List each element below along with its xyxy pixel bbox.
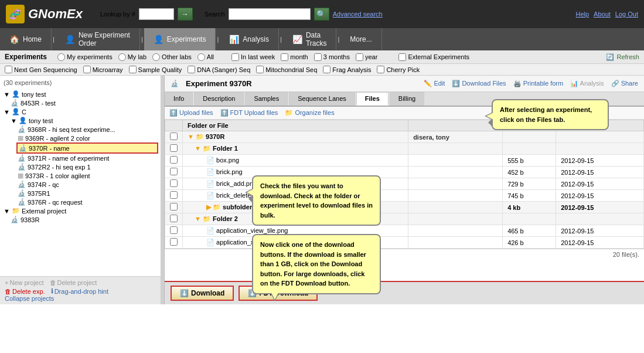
download-button[interactable]: ⬇️ Download: [171, 286, 234, 301]
experiments-title: Experiments: [5, 53, 47, 61]
tree-exp-8453r[interactable]: 🔬 8453R - test: [9, 99, 158, 107]
row-checkbox[interactable]: [165, 190, 183, 202]
tree-exp-9373r[interactable]: ▦ 9373R - 1 color agilent: [16, 171, 158, 180]
search-button[interactable]: 🔍: [314, 8, 329, 21]
printable-form-link[interactable]: 🖨️ Printable form: [513, 80, 564, 87]
file-table-container: Folder or File Size Modified ▼ 📁 9370R d…: [165, 120, 644, 281]
year-filter[interactable]: year: [356, 53, 377, 61]
sample-quality-filter[interactable]: Sample Quality: [129, 66, 182, 73]
3months-filter[interactable]: 3 months: [314, 53, 350, 61]
nav-more-label: More...: [350, 35, 372, 43]
tree-exp-9369r[interactable]: ▦ 9369R - agilent 2 color: [16, 134, 158, 142]
refresh-button[interactable]: 🔄 Refresh: [606, 53, 639, 61]
nav-analysis[interactable]: 📊 Analysis: [220, 28, 279, 50]
cherry-pick-checkbox[interactable]: [377, 66, 384, 73]
drag-hint-link[interactable]: ℹ Drag-and-drop hint: [51, 287, 108, 295]
tree-user-c[interactable]: ▼ 👤 C: [2, 107, 158, 116]
tree-exp-9375r[interactable]: 🔬 9375R1: [16, 189, 158, 198]
logout-link[interactable]: Log Out: [615, 11, 638, 18]
expand-icon-ext: ▼: [4, 208, 10, 215]
advanced-search-link[interactable]: Advanced search: [333, 11, 383, 18]
tooltip-download-btn-text: Now click one of the download buttons. I…: [260, 240, 373, 288]
new-project-link[interactable]: + New project: [5, 279, 44, 286]
row-checkbox[interactable]: [165, 237, 183, 249]
tab-description[interactable]: Description: [194, 92, 244, 106]
organize-files-link[interactable]: 📁 Organize files: [285, 109, 334, 117]
external-experiments-filter[interactable]: External Experiments: [398, 53, 469, 61]
download-files-link[interactable]: ⬇️ Download Files: [452, 80, 506, 87]
nav-data-tracks[interactable]: 📈 DataTracks: [283, 28, 337, 50]
all-filter[interactable]: All: [197, 53, 214, 61]
frag-analysis-filter[interactable]: Frag Analysis: [323, 66, 371, 73]
tooltip-download-arrow-inner: [271, 293, 278, 300]
edit-link[interactable]: ✏️ Edit: [424, 80, 445, 87]
row-checkbox[interactable]: [165, 143, 183, 155]
frag-analysis-checkbox[interactable]: [323, 66, 330, 73]
next-gen-checkbox[interactable]: [5, 66, 12, 73]
upload-files-link[interactable]: ⬆️ Upload files: [169, 109, 213, 117]
collapse-projects-link[interactable]: Collapse projects: [5, 295, 156, 302]
month-filter[interactable]: month: [281, 53, 308, 61]
row-checkbox[interactable]: [165, 155, 183, 167]
lookup-button[interactable]: →: [178, 8, 193, 21]
dna-sanger-filter[interactable]: DNA (Sanger) Seq: [188, 66, 250, 73]
my-experiments-filter[interactable]: My experiments: [57, 53, 113, 61]
last-week-checkbox[interactable]: [231, 53, 239, 61]
tree-external-project[interactable]: ▼ 📁 External project: [2, 206, 158, 215]
analysis-icon: 📊: [229, 35, 239, 44]
tree-exp-9370r[interactable]: 🔬 9370R - name: [16, 142, 158, 154]
row-checkbox[interactable]: [165, 167, 183, 178]
analysis-link[interactable]: 📊 Analysis: [570, 80, 604, 87]
tab-sequence-lanes[interactable]: Sequence Lanes: [289, 92, 355, 106]
my-experiments-radio[interactable]: [57, 53, 65, 61]
next-gen-filter[interactable]: Next Gen Sequencing: [5, 66, 77, 73]
cherry-pick-filter[interactable]: Cherry Pick: [377, 66, 420, 73]
help-link[interactable]: Help: [575, 11, 589, 18]
about-link[interactable]: About: [594, 11, 611, 18]
tree-exp-9376r[interactable]: 🔬 9376R - qc request: [16, 198, 158, 206]
my-lab-filter[interactable]: My lab: [118, 53, 146, 61]
external-checkbox[interactable]: [398, 53, 406, 61]
row-checkbox[interactable]: [165, 213, 183, 225]
microarray-filter[interactable]: Microarray: [83, 66, 123, 73]
mito-seq-filter[interactable]: Mitochondrial Seq: [256, 66, 317, 73]
tab-info[interactable]: Info: [165, 92, 193, 106]
microarray-checkbox[interactable]: [83, 66, 91, 73]
row-checkbox[interactable]: [165, 202, 183, 213]
row-checkbox[interactable]: [165, 225, 183, 237]
delete-exp-link[interactable]: 🗑 Delete exp.: [5, 287, 45, 295]
nav-experiments[interactable]: 👤 Experiments: [144, 28, 216, 50]
search-input[interactable]: [229, 8, 311, 20]
row-checkbox[interactable]: [165, 131, 183, 143]
lookup-input[interactable]: [139, 8, 174, 20]
tooltip-files-tab: After selecting an experiment, click on …: [492, 99, 609, 130]
tab-samples[interactable]: Samples: [245, 92, 288, 106]
tree-user-tony-test-1[interactable]: ▼ 👤 tony test: [2, 90, 158, 99]
delete-project-link[interactable]: 🗑 Delete project: [50, 279, 97, 286]
last-week-filter[interactable]: In last week: [231, 53, 275, 61]
tree-exp-9372r[interactable]: 🔬 9372R2 - hi seq exp 1: [16, 162, 158, 171]
tree-exp-9383r[interactable]: 🔬 9383R: [9, 215, 158, 224]
month-checkbox[interactable]: [281, 53, 288, 61]
tree-exp-9368r[interactable]: 🔬 9368R - hi seq test experime...: [16, 125, 158, 134]
tree-exp-9374r[interactable]: 🔬 9374R - qc: [16, 180, 158, 189]
mito-seq-checkbox[interactable]: [256, 66, 264, 73]
my-lab-radio[interactable]: [118, 53, 126, 61]
nav-new-experiment[interactable]: 👤 New ExperimentOrder: [56, 28, 140, 50]
other-labs-radio[interactable]: [152, 53, 160, 61]
nav-more[interactable]: More...: [340, 28, 381, 50]
tab-billing[interactable]: Billing: [390, 92, 424, 106]
fdt-upload-files-link[interactable]: ⬆️ FDT Upload files: [220, 109, 278, 117]
3months-checkbox[interactable]: [314, 53, 322, 61]
tree-exp-9371r[interactable]: 🔬 9371R - name of experiment: [16, 154, 158, 162]
year-checkbox[interactable]: [356, 53, 363, 61]
row-checkbox[interactable]: [165, 178, 183, 190]
dna-sanger-checkbox[interactable]: [188, 66, 195, 73]
other-labs-filter[interactable]: Other labs: [152, 53, 192, 61]
all-radio[interactable]: [197, 53, 205, 61]
tree-user-tony-test-2[interactable]: ▼ 👤 tony test: [9, 116, 158, 125]
sample-quality-checkbox[interactable]: [129, 66, 137, 73]
nav-home[interactable]: 🏠 Home: [0, 28, 52, 50]
share-link[interactable]: 🔗 Share: [611, 80, 638, 87]
tab-files[interactable]: Files: [356, 92, 389, 106]
